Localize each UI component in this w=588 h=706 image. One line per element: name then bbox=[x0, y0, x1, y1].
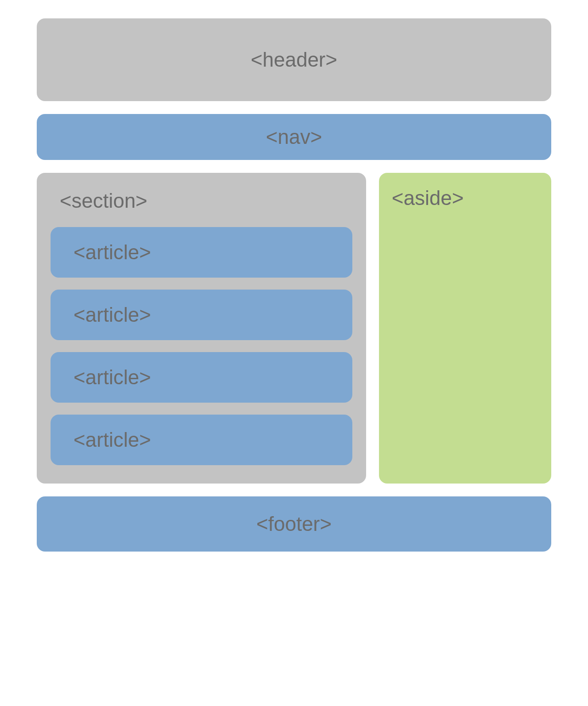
footer-label: <footer> bbox=[256, 512, 332, 535]
article-label: <article> bbox=[74, 366, 151, 389]
aside-label: <aside> bbox=[392, 187, 464, 209]
section-title-wrap: <section> bbox=[51, 187, 352, 215]
footer-block: <footer> bbox=[37, 496, 551, 552]
section-block: <section> <article> <article> <article> … bbox=[37, 173, 366, 484]
nav-label: <nav> bbox=[266, 125, 322, 148]
main-row: <section> <article> <article> <article> … bbox=[37, 173, 551, 484]
article-block: <article> bbox=[51, 227, 352, 278]
aside-block: <aside> bbox=[379, 173, 551, 484]
header-block: <header> bbox=[37, 18, 551, 101]
article-block: <article> bbox=[51, 415, 352, 465]
header-label: <header> bbox=[251, 48, 337, 71]
article-block: <article> bbox=[51, 290, 352, 340]
article-label: <article> bbox=[74, 428, 151, 451]
article-label: <article> bbox=[74, 241, 151, 264]
article-label: <article> bbox=[74, 303, 151, 326]
section-label: <section> bbox=[60, 189, 147, 212]
layout-diagram: <header> <nav> <section> <article> <arti… bbox=[37, 18, 551, 552]
article-block: <article> bbox=[51, 352, 352, 403]
nav-block: <nav> bbox=[37, 114, 551, 160]
